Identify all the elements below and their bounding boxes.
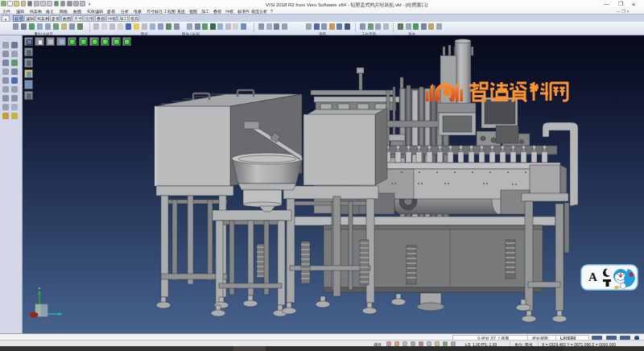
svg-text:A: A bbox=[588, 270, 597, 283]
